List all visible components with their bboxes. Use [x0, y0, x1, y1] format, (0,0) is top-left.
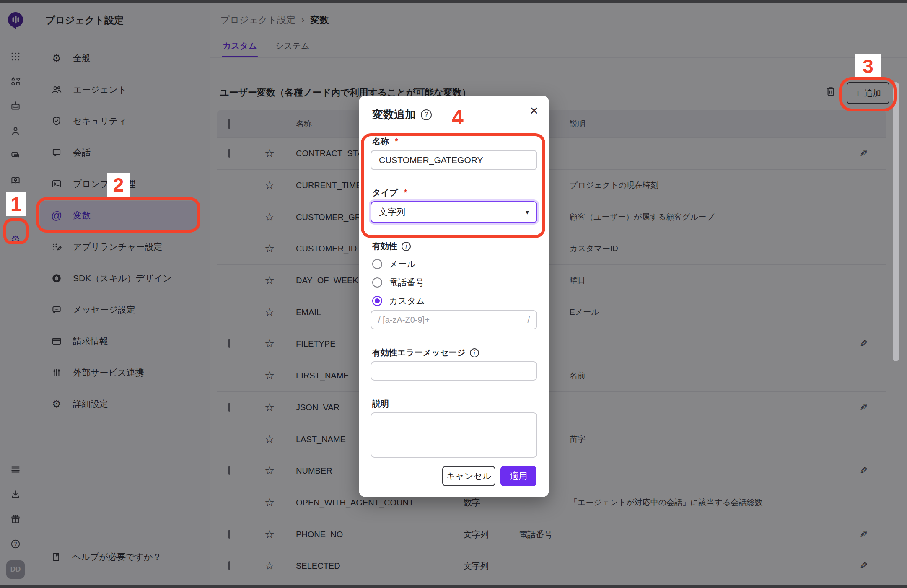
pattern-placeholder: / [a-zA-Z0-9]+ [378, 315, 430, 325]
modal-title-row: 変数追加 ? [372, 107, 432, 122]
radio-icon-selected[interactable] [372, 296, 382, 306]
scrollbar-thumb[interactable] [893, 82, 899, 361]
description-textarea[interactable] [371, 412, 537, 458]
desc-label-text: 説明 [372, 398, 389, 409]
radio-label: メール [389, 258, 416, 270]
info-icon[interactable]: i [402, 242, 411, 251]
error-label-text: 有効性エラーメッセージ [372, 347, 466, 358]
window-chrome-bottom [0, 585, 907, 588]
radio-label: 電話番号 [389, 277, 424, 288]
modal-title: 変数追加 [372, 107, 416, 122]
annotation-number-3: 3 [855, 54, 881, 78]
radio-option-phone[interactable]: 電話番号 [372, 277, 424, 288]
annotation-ring-modal-fields [361, 133, 545, 238]
radio-icon[interactable] [372, 259, 382, 269]
annotation-number-1: 1 [6, 192, 26, 216]
info-icon[interactable]: i [470, 348, 479, 357]
annotation-number-4: 4 [445, 105, 470, 130]
annotation-number-2: 2 [107, 173, 130, 197]
description-label: 説明 [372, 398, 389, 409]
annotation-ring-variables-item [36, 197, 200, 233]
window-chrome-top [0, 0, 907, 3]
custom-pattern-input[interactable]: / [a-zA-Z0-9]+ / [371, 310, 537, 329]
annotation-ring-add-button [839, 77, 897, 111]
validity-field-label: 有効性 i [372, 241, 411, 252]
radio-option-mail[interactable]: メール [372, 258, 416, 270]
modal-actions: キャンセル 適用 [442, 466, 536, 486]
radio-option-custom[interactable]: カスタム [372, 295, 425, 307]
annotation-ring-settings-icon [3, 218, 29, 244]
error-message-input[interactable] [371, 361, 537, 381]
apply-button[interactable]: 適用 [500, 466, 536, 486]
cancel-button[interactable]: キャンセル [442, 466, 495, 486]
close-icon[interactable]: × [530, 103, 538, 117]
error-message-label: 有効性エラーメッセージ i [372, 347, 479, 358]
pattern-suffix: / [527, 315, 530, 325]
validity-label-text: 有効性 [372, 241, 397, 252]
app-screen: ⚙ ? DD プロジェクト設定 ⚙全般エージェントセキュリティ会話プロンプト管理… [0, 0, 907, 588]
radio-icon[interactable] [372, 277, 382, 288]
help-question-icon[interactable]: ? [421, 109, 432, 120]
radio-label: カスタム [389, 295, 425, 307]
add-variable-modal: 変数追加 ? × 名称* タイプ* 文字列 ▾ 有効性 i メール 電話番号 [359, 96, 549, 497]
